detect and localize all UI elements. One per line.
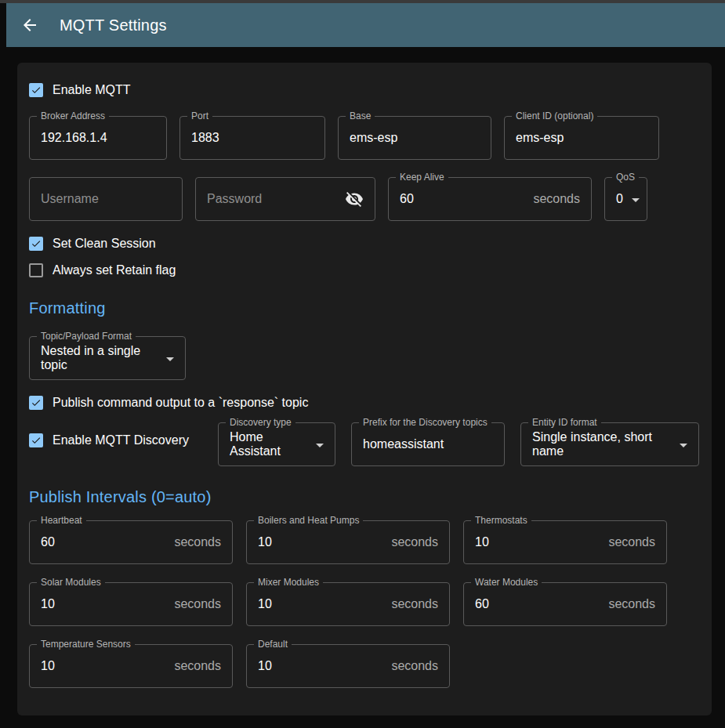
interval-unit: seconds: [168, 659, 221, 673]
toggle-password-visibility-button[interactable]: [345, 189, 364, 209]
port-input[interactable]: [191, 131, 314, 145]
enable-discovery-label: Enable MQTT Discovery: [53, 433, 189, 447]
enable-mqtt-label: Enable MQTT: [53, 83, 131, 97]
clean-session-label: Set Clean Session: [53, 237, 156, 251]
arrow-left-icon: [20, 16, 39, 34]
qos-value: 0: [616, 192, 623, 206]
enable-mqtt-checkbox[interactable]: Enable MQTT: [29, 83, 700, 97]
checkbox-icon[interactable]: [29, 237, 43, 251]
base-input[interactable]: [350, 131, 480, 145]
default-interval-input[interactable]: [258, 659, 385, 673]
interval-unit: seconds: [602, 535, 655, 549]
mixer-interval-field: Mixer Modules seconds: [246, 582, 450, 626]
discovery-type-label: Discovery type: [226, 417, 295, 429]
temperature-sensors-interval-input[interactable]: [41, 659, 168, 673]
interval-label: Heartbeat: [37, 515, 86, 527]
page-title: MQTT Settings: [60, 16, 167, 34]
client-id-field: Client ID (optional): [504, 116, 659, 160]
app-bar: MQTT Settings: [6, 3, 725, 47]
default-interval-field: Default seconds: [246, 644, 450, 688]
retain-flag-checkbox[interactable]: Always set Retain flag: [29, 263, 700, 277]
entity-format-select[interactable]: Entity ID format Single instance, short …: [520, 422, 699, 466]
settings-card: Enable MQTT Broker Address Port Base Cli…: [17, 63, 712, 715]
retain-flag-label: Always set Retain flag: [53, 263, 176, 277]
checkbox-icon[interactable]: [29, 263, 43, 277]
interval-unit: seconds: [602, 597, 655, 611]
checkbox-icon[interactable]: [29, 396, 43, 410]
publish-response-label: Publish command output to a `response` t…: [53, 396, 308, 410]
keep-alive-label: Keep Alive: [396, 172, 448, 183]
qos-select[interactable]: QoS 0: [604, 177, 647, 221]
discovery-row: Enable MQTT Discovery Discovery type Hom…: [29, 422, 700, 466]
temperature-sensors-interval-field: Temperature Sensors seconds: [29, 644, 233, 688]
thermostats-interval-field: Thermostats seconds: [463, 520, 667, 564]
interval-label: Water Modules: [471, 577, 542, 589]
solar-interval-input[interactable]: [41, 597, 168, 611]
topic-format-label: Topic/Payload Format: [37, 331, 136, 342]
password-input[interactable]: [207, 192, 345, 206]
keep-alive-input[interactable]: [400, 192, 527, 206]
discovery-type-value: Home Assistant: [230, 430, 307, 458]
entity-format-label: Entity ID format: [528, 417, 601, 429]
dropdown-arrow-icon: [316, 444, 324, 447]
entity-format-value: Single instance, short name: [532, 430, 671, 458]
topic-format-select[interactable]: Topic/Payload Format Nested in a single …: [29, 336, 186, 380]
username-field: [29, 177, 183, 221]
base-field: Base: [338, 116, 491, 160]
heartbeat-interval-input[interactable]: [41, 535, 168, 549]
dropdown-arrow-icon: [632, 198, 640, 202]
interval-unit: seconds: [385, 659, 438, 673]
publish-response-checkbox[interactable]: Publish command output to a `response` t…: [29, 396, 700, 410]
interval-unit: seconds: [168, 597, 221, 611]
discovery-type-select[interactable]: Discovery type Home Assistant: [218, 422, 335, 466]
water-interval-input[interactable]: [475, 597, 602, 611]
enable-discovery-checkbox[interactable]: Enable MQTT Discovery: [29, 433, 202, 447]
client-id-input[interactable]: [516, 131, 647, 145]
interval-label: Default: [254, 639, 292, 650]
solar-interval-field: Solar Modules seconds: [29, 582, 233, 626]
clean-session-checkbox[interactable]: Set Clean Session: [29, 237, 700, 251]
dropdown-arrow-icon: [680, 444, 687, 447]
visibility-off-icon: [345, 190, 364, 208]
thermostats-interval-input[interactable]: [475, 535, 602, 549]
mixer-interval-input[interactable]: [258, 597, 385, 611]
interval-label: Solar Modules: [37, 577, 105, 589]
publish-intervals-grid: Heartbeat seconds Boilers and Heat Pumps…: [29, 520, 700, 688]
formatting-heading: Formatting: [29, 299, 700, 317]
qos-label: QoS: [612, 172, 639, 183]
topic-format-value: Nested in a single topic: [41, 344, 158, 372]
interval-unit: seconds: [385, 597, 438, 611]
interval-label: Mixer Modules: [254, 577, 323, 589]
dropdown-arrow-icon: [166, 357, 174, 361]
password-field: [195, 177, 375, 221]
keep-alive-unit: seconds: [527, 192, 580, 206]
back-button[interactable]: [17, 13, 42, 38]
port-field: Port: [179, 116, 325, 160]
topic-format-row: Topic/Payload Format Nested in a single …: [29, 336, 700, 380]
interval-unit: seconds: [168, 535, 221, 549]
username-input[interactable]: [41, 192, 171, 206]
keep-alive-field: Keep Alive seconds: [388, 177, 592, 221]
interval-unit: seconds: [385, 535, 438, 549]
broker-address-field: Broker Address: [29, 116, 167, 160]
base-label: Base: [346, 110, 375, 122]
water-interval-field: Water Modules seconds: [463, 582, 667, 626]
connection-row-2: Keep Alive seconds QoS 0: [29, 177, 700, 221]
interval-label: Boilers and Heat Pumps: [254, 515, 363, 527]
boilers-interval-field: Boilers and Heat Pumps seconds: [246, 520, 450, 564]
discovery-prefix-label: Prefix for the Discovery topics: [359, 417, 491, 429]
checkbox-icon[interactable]: [29, 433, 43, 447]
interval-label: Thermostats: [471, 515, 531, 527]
checkbox-icon[interactable]: [29, 83, 43, 97]
connection-row-1: Broker Address Port Base Client ID (opti…: [29, 116, 700, 160]
broker-address-label: Broker Address: [37, 110, 109, 122]
port-label: Port: [187, 110, 212, 122]
boilers-interval-input[interactable]: [258, 535, 385, 549]
interval-label: Temperature Sensors: [37, 639, 135, 650]
broker-address-input[interactable]: [41, 131, 155, 145]
discovery-prefix-field: Prefix for the Discovery topics: [351, 422, 505, 466]
publish-intervals-heading: Publish Intervals (0=auto): [29, 488, 700, 506]
discovery-prefix-input[interactable]: [363, 437, 493, 451]
heartbeat-interval-field: Heartbeat seconds: [29, 520, 233, 564]
client-id-label: Client ID (optional): [512, 110, 597, 122]
